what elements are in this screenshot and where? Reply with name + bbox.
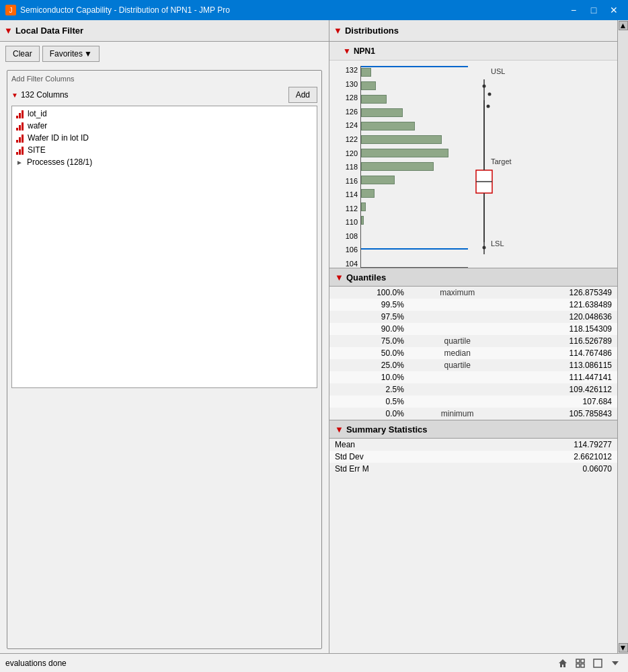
menu-arrow-icon-button[interactable] [608, 656, 623, 671]
quantile-label [409, 396, 506, 408]
scroll-track[interactable] [618, 31, 628, 642]
summary-label: Mean [329, 439, 467, 451]
left-panel: ▼ Local Data Filter Clear Favorites ▼ Ad… [0, 20, 329, 653]
grid-icon-button[interactable] [573, 656, 588, 671]
npn1-collapse-icon[interactable]: ▼ [343, 46, 351, 56]
histogram-bar [361, 81, 376, 90]
boxplot-annotations: USL Target LSL [471, 66, 605, 268]
quantiles-table-container: 100.0% maximum 126.875349 99.5% 121.6384… [329, 287, 617, 420]
histogram-bar-row [361, 240, 468, 254]
column-name: Wafer ID in lot ID [28, 133, 89, 143]
filter-toolbar: Clear Favorites ▼ [0, 42, 329, 66]
quantile-pct: 0.5% [329, 396, 409, 408]
svg-rect-10 [576, 659, 580, 663]
svg-point-6 [488, 93, 492, 96]
list-item[interactable]: ► Processes (128/1) [13, 156, 315, 168]
add-button[interactable]: Add [288, 87, 317, 103]
clear-button[interactable]: Clear [5, 46, 40, 62]
histogram-bar-row [361, 106, 468, 119]
quantile-pct: 2.5% [329, 383, 409, 396]
svg-point-8 [483, 246, 486, 250]
collapse-icon[interactable]: ▼ [4, 26, 13, 36]
columns-header: ▼ 132 Columns Add [11, 87, 317, 103]
histogram-bar-row [361, 133, 468, 146]
status-text: evaluations done [5, 659, 67, 668]
quantile-pct: 97.5% [329, 311, 409, 323]
histogram-bar [361, 216, 364, 225]
title-bar: J Semiconductor Capability - Distributio… [0, 0, 628, 20]
quantile-value: 107.684 [506, 396, 618, 408]
quantile-pct: 25.0% [329, 359, 409, 371]
summary-value: 2.6621012 [467, 451, 617, 463]
close-button[interactable]: ✕ [605, 1, 623, 19]
distributions-title: Distributions [345, 26, 399, 36]
column-bar-icon [16, 133, 24, 143]
list-item[interactable]: wafer [13, 120, 315, 132]
svg-rect-11 [581, 659, 584, 663]
histogram-bar-row [361, 254, 468, 267]
histogram-bar-row [361, 173, 468, 186]
quantile-label [409, 383, 506, 396]
svg-point-5 [483, 85, 486, 88]
svg-rect-12 [576, 664, 580, 667]
quantile-label [409, 311, 506, 323]
scrollbar[interactable]: ▲ ▼ [617, 20, 628, 653]
column-bar-icon [16, 109, 24, 118]
quantile-label: quartile [409, 359, 506, 371]
summary-collapse-icon[interactable]: ▼ [335, 424, 344, 435]
svg-point-7 [487, 105, 490, 108]
add-filter-columns-section: Add Filter Columns ▼ 132 Columns Add lot… [7, 70, 322, 649]
maximize-button[interactable]: □ [585, 1, 602, 19]
quantile-value: 118.154309 [506, 323, 618, 335]
local-data-filter-header: ▼ Local Data Filter [0, 20, 329, 42]
column-bar-icon [16, 145, 24, 155]
list-item[interactable]: Wafer ID in lot ID [13, 132, 315, 144]
distributions-collapse-icon[interactable]: ▼ [333, 26, 342, 36]
list-item[interactable]: SITE [13, 144, 315, 156]
quantile-pct: 10.0% [329, 371, 409, 383]
columns-collapse-icon[interactable]: ▼ [11, 91, 18, 99]
quantiles-table: 100.0% maximum 126.875349 99.5% 121.6384… [329, 287, 617, 420]
dropdown-arrow-icon: ▼ [84, 49, 92, 59]
distributions-header: ▼ Distributions [329, 20, 617, 42]
histogram-bar-row [361, 227, 468, 240]
histogram-bar [361, 202, 366, 211]
histogram-bar [361, 108, 403, 117]
scroll-up-button[interactable]: ▲ [619, 21, 628, 30]
app-icon: J [5, 5, 16, 15]
quantiles-title: Quantiles [346, 272, 386, 283]
summary-value: 114.79277 [467, 439, 617, 451]
histogram-bar [361, 122, 415, 130]
histogram-bar-row [361, 159, 468, 173]
expand-icon[interactable]: ► [16, 159, 23, 166]
quantile-value: 113.086115 [506, 359, 618, 371]
quantile-label [409, 299, 506, 311]
y-axis: 104 106 108 110 112 114 116 118 120 122 … [335, 66, 360, 268]
quantile-label: quartile [409, 335, 506, 347]
home-icon-button[interactable] [555, 656, 570, 671]
list-item[interactable]: lot_id [13, 108, 315, 120]
minimize-button[interactable]: − [565, 1, 582, 19]
window-title: Semiconductor Capability - Distribution … [20, 5, 230, 15]
histogram-bar [361, 176, 395, 184]
quantile-label: maximum [409, 287, 506, 299]
summary-table: Mean 114.79277 Std Dev 2.6621012 Std Err… [329, 439, 617, 475]
histogram-bar-row [361, 65, 468, 79]
boxplot-svg [471, 66, 524, 268]
favorites-button[interactable]: Favorites ▼ [42, 46, 100, 62]
quantile-value: 121.638489 [506, 299, 618, 311]
quantile-value: 114.767486 [506, 347, 618, 359]
npn1-header: ▼ NPN1 [329, 42, 617, 61]
scroll-down-button[interactable]: ▼ [619, 643, 628, 652]
quantile-label [409, 323, 506, 335]
status-bar: evaluations done [0, 653, 628, 672]
quantile-pct: 100.0% [329, 287, 409, 299]
quantiles-collapse-icon[interactable]: ▼ [335, 272, 344, 283]
chart-area: 104 106 108 110 112 114 116 118 120 122 … [329, 61, 617, 268]
quantile-value: 109.426112 [506, 383, 618, 396]
right-panel: ▼ Distributions ▼ NPN1 104 106 108 110 1… [329, 20, 617, 653]
window-icon-button[interactable] [590, 656, 605, 671]
quantile-value: 120.048636 [506, 311, 618, 323]
columns-list[interactable]: lot_id wafer Wafer ID in lot ID [11, 106, 317, 388]
histogram-bar-row [361, 186, 468, 200]
